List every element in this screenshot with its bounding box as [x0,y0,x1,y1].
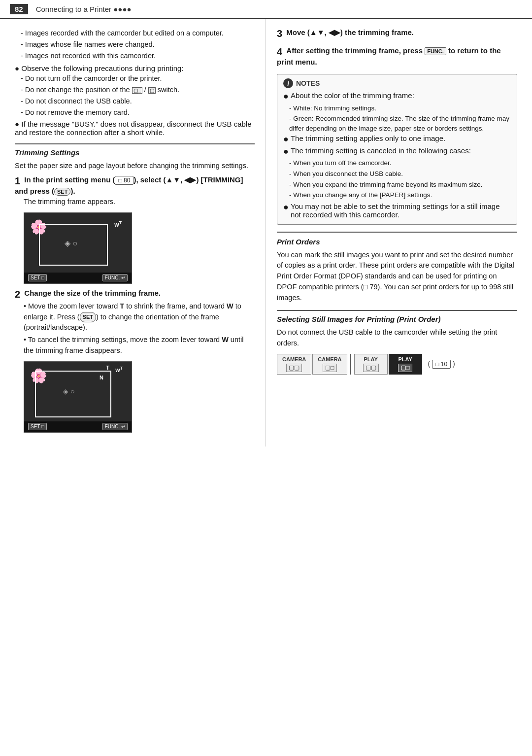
step-4-header: 4 After setting the trimming frame, pres… [277,46,517,66]
frame-t-2: T [106,365,109,371]
precaution-3: Do not disconnect the USB cable. [15,96,255,107]
play-label-1: PLAY [364,356,377,363]
mode-buttons-container: CAMERA ▢▢ CAMERA ▢□ PLAY ▢▢ PLAY [277,354,517,375]
step-1-sub: The trimming frame appears. [24,197,255,207]
play-label-2: PLAY [398,356,412,363]
selecting-divider [277,310,517,311]
camera-label-2: CAMERA [318,356,341,363]
func-btn-2: FUNC. ↩ [102,423,128,430]
print-orders-title: Print Orders [277,238,517,246]
step-2-title: Change the size of the trimming frame. [24,289,161,297]
func-btn-1: FUNC. ↩ [102,274,128,281]
mode-buttons-right: PLAY ▢▢ PLAY ▢□ [354,354,422,375]
step-1-header: 1 In the print setting menu (□ 80), sele… [15,175,255,196]
step-3-number: 3 [277,28,282,39]
precautions-intro: ● Observe the following precautions duri… [15,64,255,72]
selecting-title: Selecting Still Images for Printing (Pri… [277,315,517,323]
trimming-intro: Set the paper size and page layout befor… [15,161,255,172]
note-white: White: No trimming settings. [283,103,511,113]
notes-icon: i [283,78,293,88]
precautions-text: ● Observe the following precautions duri… [15,64,184,72]
step-2: 2 Change the size of the trimming frame.… [15,289,255,356]
play-sub-1: ▢▢ [363,364,379,372]
intro-bullets: Images recorded with the camcorder but e… [15,28,255,61]
play-sub-2: ▢□ [398,364,412,372]
step-2-content: • Move the zoom lever toward T to shrink… [15,301,255,356]
frame-box-1: ◈ ○ [39,224,108,266]
note-2: ● The trimming setting applies only to o… [283,134,511,145]
step-1-content: The trimming frame appears. [15,197,255,207]
trimming-section-title: Trimming Settings [15,148,255,157]
camera-sub-2: ▢□ [323,364,336,372]
note-1: ● About the color of the trimming frame: [283,91,511,102]
frame-box-2: ◈ ○ N T [35,371,111,417]
busy-note-text: ● If the message "BUSY." does not disapp… [15,120,255,137]
step-1-number: 1 [15,175,20,186]
camera-mode-btn-1[interactable]: CAMERA ▢▢ [277,354,311,375]
step-3-text: Move (▲▼, ◀▶) the trimming frame. [286,28,414,36]
play-mode-btn-1[interactable]: PLAY ▢▢ [354,354,388,375]
step-2-bullet-2: • To cancel the trimming settings, move … [24,335,255,356]
bottom-bar-2: SET □ FUNC. ↩ [24,421,132,432]
precaution-1: Do not turn off the camcorder or the pri… [15,73,255,84]
note-4: ● You may not be able to set the trimmin… [283,202,511,219]
frame-dots-1: ◈ ○ [65,239,77,248]
notes-box: i NOTES ● About the color of the trimmin… [277,74,517,225]
step-2-bullet-1: • Move the zoom lever toward T to shrink… [24,301,255,333]
camera-mode-btn-2[interactable]: CAMERA ▢□ [312,354,347,375]
notes-content: ● About the color of the trimming frame:… [283,91,511,219]
right-column: 3 Move (▲▼, ◀▶) the trimming frame. 4 Af… [266,19,532,447]
notes-header: i NOTES [283,78,511,88]
mode-buttons-left: CAMERA ▢▢ CAMERA ▢□ [277,354,347,375]
mode-separator [350,354,351,375]
page-number: 82 [10,4,28,14]
note-case-3: When you expand the trimming frame beyon… [283,180,511,190]
camera-label-1: CAMERA [282,356,306,363]
camera-sub-1: ▢▢ [286,364,302,372]
step-2-header: 2 Change the size of the trimming frame. [15,289,255,300]
selecting-intro: Do not connect the USB cable to the camc… [277,327,517,349]
page-title: Connecting to a Printer ●●●● [36,5,132,13]
step-4: 4 After setting the trimming frame, pres… [277,46,517,66]
page-ref: ( □ 10 ) [428,360,455,369]
print-orders-section: Print Orders You can mark the still imag… [277,238,517,375]
bottom-bar-1: SET □ FUNC. ↩ [24,273,132,283]
page-ref-box: □ 10 [432,360,451,369]
note-case-4: When you change any of the [PAPER] setti… [283,190,511,200]
step-3-header: 3 Move (▲▼, ◀▶) the trimming frame. [277,28,517,39]
play-mode-btn-2[interactable]: PLAY ▢□ [389,354,422,375]
page-header: 82 Connecting to a Printer ●●●● [0,0,532,19]
trimming-image-2: 🌸 wT ◈ ○ N T SET □ FUNC. ↩ [24,361,132,433]
w-label-1: wT [114,220,122,228]
w-label-2: wT [115,366,123,374]
set-btn-1: SET □ [28,274,47,281]
frame-inner-2: ◈ ○ [63,387,74,395]
frame-n-2: N [100,375,103,380]
note-3: ● The trimming setting is canceled in th… [283,146,511,157]
notes-title: NOTES [296,79,320,87]
set-btn-2: SET □ [28,423,47,430]
intro-item-3: Images not recorded with this camcorder. [15,51,255,62]
intro-item-2: Images whose file names were changed. [15,39,255,50]
note-green: Green: Recommended trimming size. The si… [283,114,511,133]
precaution-4: Do not remove the memory card. [15,107,255,118]
intro-item-1: Images recorded with the camcorder but e… [15,28,255,39]
step-4-text: After setting the trimming frame, press … [277,46,501,66]
trimming-image-1: 🌸 wT ◈ ○ SET □ FUNC. ↩ [24,212,132,284]
trimming-divider [15,143,255,144]
busy-note: ● If the message "BUSY." does not disapp… [15,120,255,137]
note-case-1: When you turn off the camcorder. [283,158,511,168]
precaution-2: - Do not change the position of the ▢⎯ /… [15,85,255,96]
left-column: Images recorded with the camcorder but e… [0,19,266,447]
note-case-2: When you disconnect the USB cable. [283,169,511,179]
step-2-number: 2 [15,289,20,300]
step-1: 1 In the print setting menu (□ 80), sele… [15,175,255,207]
step-3: 3 Move (▲▼, ◀▶) the trimming frame. [277,28,517,39]
step-1-text: In the print setting menu (□ 80), select… [15,175,243,195]
print-orders-intro: You can mark the still images you want t… [277,250,517,304]
print-orders-divider [277,232,517,233]
step-4-number: 4 [277,46,282,57]
content-wrapper: Images recorded with the camcorder but e… [0,19,532,447]
